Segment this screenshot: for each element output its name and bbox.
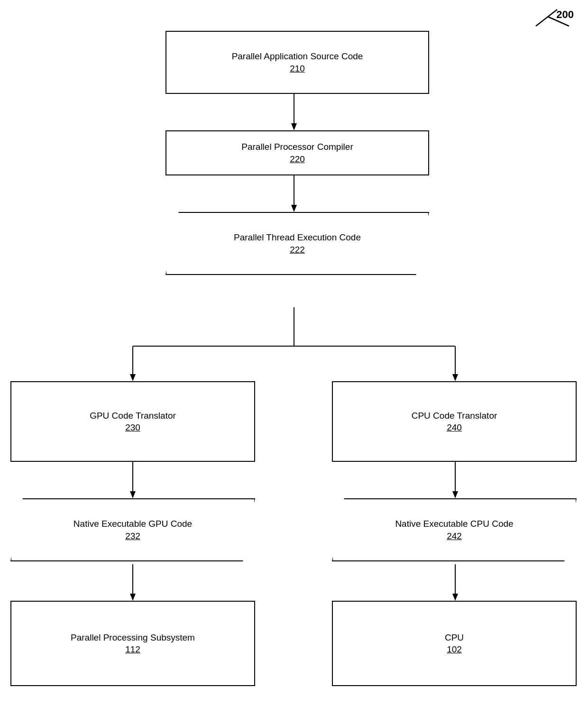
diagram-svg	[0, 0, 588, 706]
svg-marker-5	[291, 205, 297, 212]
source-code-box: Parallel Application Source Code 210	[165, 31, 429, 94]
ptx-code-number: 222	[290, 245, 305, 255]
svg-marker-3	[291, 123, 297, 130]
source-code-label: Parallel Application Source Code	[232, 51, 363, 63]
svg-marker-20	[452, 594, 458, 601]
svg-marker-14	[130, 491, 136, 498]
cpu-label: CPU	[445, 632, 464, 644]
compiler-box: Parallel Processor Compiler 220	[165, 130, 429, 175]
gpu-code-number: 232	[125, 531, 140, 541]
svg-marker-18	[130, 594, 136, 601]
gpu-code-box: Native Executable GPU Code 232	[10, 498, 255, 561]
diagram-container: 200 Parallel Application Source Code 210…	[0, 0, 588, 706]
cpu-code-label: Native Executable CPU Code	[395, 518, 513, 530]
pps-label: Parallel Processing Subsystem	[71, 632, 195, 644]
pps-box: Parallel Processing Subsystem 112	[10, 601, 255, 686]
cpu-code-box: Native Executable CPU Code 242	[332, 498, 577, 561]
svg-marker-16	[452, 491, 458, 498]
cpu-translator-label: CPU Code Translator	[412, 410, 497, 422]
compiler-label: Parallel Processor Compiler	[241, 141, 353, 153]
cpu-box: CPU 102	[332, 601, 577, 686]
svg-marker-10	[130, 374, 136, 381]
cpu-translator-box: CPU Code Translator 240	[332, 381, 577, 462]
source-code-number: 210	[290, 64, 305, 74]
svg-marker-12	[452, 374, 458, 381]
gpu-code-label: Native Executable GPU Code	[74, 518, 192, 530]
cpu-translator-number: 240	[447, 422, 462, 433]
gpu-translator-label: GPU Code Translator	[90, 410, 176, 422]
ref-number: 200	[556, 9, 574, 21]
ptx-code-label: Parallel Thread Execution Code	[234, 232, 361, 244]
ptx-code-box: Parallel Thread Execution Code 222	[165, 212, 429, 275]
gpu-translator-box: GPU Code Translator 230	[10, 381, 255, 462]
pps-number: 112	[125, 644, 140, 655]
cpu-number: 102	[447, 644, 462, 655]
compiler-number: 220	[290, 154, 305, 165]
gpu-translator-number: 230	[125, 422, 140, 433]
cpu-code-number: 242	[447, 531, 462, 541]
svg-line-0	[536, 9, 557, 26]
